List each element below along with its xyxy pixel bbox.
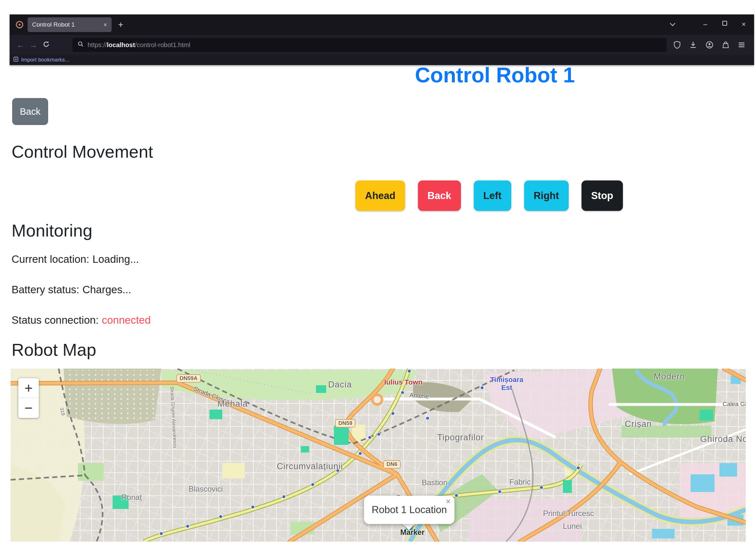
robot-location-popup: Robot 1 Location × [364,496,454,524]
tab-list-chevron-icon[interactable] [671,21,676,26]
map-zoom-control: + − [18,378,39,418]
restore-button[interactable] [722,21,727,26]
bookmarks-icon [13,57,18,63]
current-location-value: Loading... [92,253,139,265]
map-label: Dacia [328,380,352,390]
current-location-label: Current location: [12,253,89,265]
battery-status-value: Charges... [82,283,131,295]
minimize-button[interactable]: – [703,21,707,28]
map-label: Modern [654,372,685,382]
map-label: Calea Ghirodei [723,401,746,408]
map-label: Mehala [217,399,248,409]
battery-status-label: Battery status: [12,283,79,295]
url-host: localhost [107,41,135,48]
bookmarks-bar: Import bookmarks... [10,55,754,65]
map-label: Fabric [509,477,531,486]
nav-forward-icon[interactable]: → [27,40,40,50]
map-label: Lunei [563,522,582,531]
extension-icon[interactable] [722,41,729,49]
url-prefix: https:// [88,41,107,48]
nav-back-icon[interactable]: ← [14,40,27,50]
popup-text: Robot 1 Location [372,504,447,516]
map-label: 319 [59,407,66,416]
movement-button-left[interactable]: Left [474,181,511,211]
url-text: https://localhost/control-robot1.html [88,41,190,49]
back-button[interactable]: Back [12,98,48,125]
new-tab-button[interactable]: + [118,20,123,29]
movement-button-right[interactable]: Right [524,181,569,211]
close-window-button[interactable]: × [742,21,746,28]
map-label: Bastion [422,478,447,487]
map-label: DN59A [176,374,201,383]
connection-status-value: connected [102,314,151,326]
map-label: DN59 [335,419,355,427]
tab-close-icon[interactable]: × [103,21,107,28]
movement-button-stop[interactable]: Stop [582,181,623,211]
movement-button-ahead[interactable]: Ahead [355,181,405,211]
firefox-view-icon[interactable] [14,19,25,30]
url-bar[interactable]: https://localhost/control-robot1.html [72,38,667,52]
search-icon [78,41,84,49]
map-label: Timișoara Est [490,376,523,392]
map-label: Iulius Town [384,378,422,386]
zoom-out-button[interactable]: − [18,398,39,418]
map-label: Ronaț [121,493,142,502]
popup-close-icon[interactable]: × [446,496,451,506]
reload-icon[interactable] [40,40,53,50]
account-icon[interactable] [706,41,713,49]
connection-status-label: Status connection: [12,314,99,326]
import-bookmarks-link[interactable]: Import bookmarks... [21,57,69,63]
url-path: /control-robot1.html [135,41,190,48]
browser-tab[interactable]: Control Robot 1 × [28,17,112,32]
movement-buttons-row: AheadBackLeftRightStop [355,181,623,211]
tab-bar: Control Robot 1 × + – × [10,14,754,35]
toolbar-icons [674,41,745,49]
robot-map-heading: Robot Map [12,340,96,359]
map-label: Strada Grigore Alexandrescu [169,386,178,448]
control-movement-heading: Control Movement [12,142,153,162]
battery-status-line: Battery status:Charges... [12,283,131,296]
map-label: Ghiroda Nouă [700,434,746,444]
shield-icon[interactable] [674,41,681,49]
map-label: Printul Turcesc [543,509,594,518]
map-label: Circumvalațiunii [277,461,343,471]
monitoring-heading: Monitoring [12,221,92,241]
map-label: Crișan [625,419,652,429]
movement-button-back[interactable]: Back [418,181,461,211]
page-title: Control Robot 1 [415,63,575,87]
zoom-in-button[interactable]: + [18,378,39,398]
map-label: Tipografilor [437,433,484,443]
map-label: Blascovici [189,485,223,494]
browser-window: Control Robot 1 × + – × ← → https://loca… [10,14,754,65]
tab-title: Control Robot 1 [32,21,101,28]
map-label: Antene [409,392,429,400]
downloads-icon[interactable] [690,41,697,49]
robot-map[interactable]: DN59AStrada CloșcaMehalaDaciaDN59Circumv… [11,368,746,542]
navigation-bar: ← → https://localhost/control-robot1.htm… [10,35,754,55]
connection-status-line: Status connection:connected [12,314,151,326]
current-location-line: Current location:Loading... [12,253,139,266]
map-label: DN6 [383,460,401,469]
menu-icon[interactable] [738,42,745,48]
